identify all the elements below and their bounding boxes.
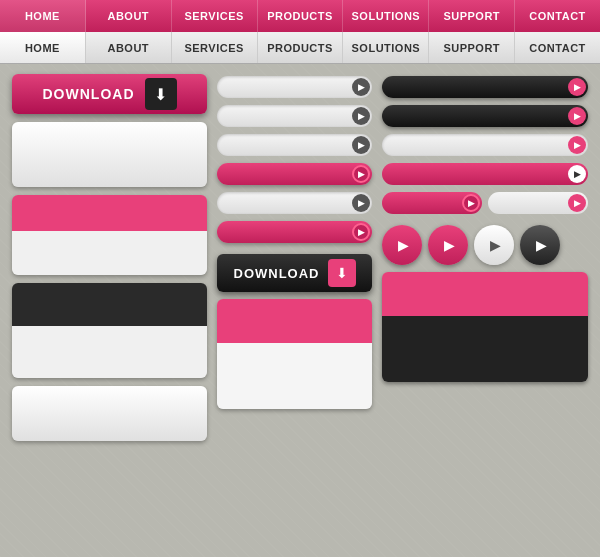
panel-pink-1 bbox=[12, 195, 207, 275]
left-column: DOWNLOAD ⬇ bbox=[12, 74, 207, 441]
scrollbar-white-4[interactable]: ▶ bbox=[217, 192, 372, 214]
panel-mid-1 bbox=[217, 299, 372, 409]
scrollbar-white-r-1[interactable]: ▶ bbox=[382, 134, 588, 156]
play-buttons-row: ▶ ▶ ▶ ▶ bbox=[382, 225, 588, 265]
play-icon-white: ▶ bbox=[490, 237, 501, 253]
play-icon-dark: ▶ bbox=[536, 237, 547, 253]
scrollbar-white-3[interactable]: ▶ bbox=[217, 134, 372, 156]
scrollbar-half-pink-1[interactable]: ▶ bbox=[382, 192, 482, 214]
sb-arrow-white-1: ▶ bbox=[568, 194, 586, 212]
nav2-about[interactable]: ABOUT bbox=[86, 32, 172, 63]
scrollbar-white-2[interactable]: ▶ bbox=[217, 105, 372, 127]
nav2-support[interactable]: SUPPORT bbox=[429, 32, 515, 63]
play-button-dark[interactable]: ▶ bbox=[520, 225, 560, 265]
play-button-pink-2[interactable]: ▶ bbox=[428, 225, 468, 265]
download-label-1: DOWNLOAD bbox=[43, 86, 135, 102]
scrollbar-row-1: ▶ ▶ bbox=[382, 192, 588, 214]
download-icon-box-1: ⬇ bbox=[145, 78, 177, 110]
panel-white-1 bbox=[12, 122, 207, 187]
top-navigation: HOME ABOUT SERVICES PRODUCTS SOLUTIONS S… bbox=[0, 0, 600, 32]
nav-about[interactable]: ABOUT bbox=[86, 0, 172, 32]
nav2-home[interactable]: HOME bbox=[0, 32, 86, 63]
second-navigation: HOME ABOUT SERVICES PRODUCTS SOLUTIONS S… bbox=[0, 32, 600, 64]
nav-solutions[interactable]: SOLUTIONS bbox=[343, 0, 429, 32]
panel-dark-1 bbox=[12, 283, 207, 378]
scrollbar-pink-r-1[interactable]: ▶ bbox=[382, 163, 588, 185]
scrollbar-dark-2[interactable]: ▶ bbox=[382, 105, 588, 127]
scrollbar-arrow-2: ▶ bbox=[352, 107, 370, 125]
download-icon-box-2: ⬇ bbox=[328, 259, 356, 287]
download-label-2: DOWNLOAD bbox=[234, 266, 320, 281]
scrollbar-pink-2[interactable]: ▶ bbox=[217, 221, 372, 243]
nav2-products[interactable]: PRODUCTS bbox=[258, 32, 344, 63]
scrollbar-pink-arrow-1: ▶ bbox=[352, 165, 370, 183]
scrollbar-arrow-4: ▶ bbox=[352, 194, 370, 212]
scrollbar-dark-arrow-2: ▶ bbox=[568, 107, 586, 125]
scrollbar-half-white-1[interactable]: ▶ bbox=[488, 192, 588, 214]
nav2-contact[interactable]: CONTACT bbox=[515, 32, 600, 63]
scrollbar-white-arrow-1: ▶ bbox=[568, 136, 586, 154]
download-arrow-icon: ⬇ bbox=[154, 85, 167, 104]
play-icon-pink-2: ▶ bbox=[444, 237, 455, 253]
play-button-pink[interactable]: ▶ bbox=[382, 225, 422, 265]
scrollbar-pink-r-arrow-1: ▶ bbox=[568, 165, 586, 183]
download-button-1[interactable]: DOWNLOAD ⬇ bbox=[12, 74, 207, 114]
panel-right-1 bbox=[382, 272, 588, 382]
nav-home[interactable]: HOME bbox=[0, 0, 86, 32]
nav-products[interactable]: PRODUCTS bbox=[258, 0, 344, 32]
nav-services[interactable]: SERVICES bbox=[172, 0, 258, 32]
nav2-services[interactable]: SERVICES bbox=[172, 32, 258, 63]
scrollbar-dark-arrow-1: ▶ bbox=[568, 78, 586, 96]
main-content: DOWNLOAD ⬇ ▶ ▶ ▶ ▶ ▶ bbox=[0, 64, 600, 451]
middle-column: ▶ ▶ ▶ ▶ ▶ ▶ DOWNLOAD ⬇ bbox=[217, 74, 372, 441]
panel-white-2 bbox=[12, 386, 207, 441]
play-icon-pink: ▶ bbox=[398, 237, 409, 253]
scrollbar-pink-arrow-2: ▶ bbox=[352, 223, 370, 241]
scrollbar-arrow-3: ▶ bbox=[352, 136, 370, 154]
scrollbar-white-1[interactable]: ▶ bbox=[217, 76, 372, 98]
scrollbar-pink-1[interactable]: ▶ bbox=[217, 163, 372, 185]
nav-support[interactable]: SUPPORT bbox=[429, 0, 515, 32]
scrollbar-dark-1[interactable]: ▶ bbox=[382, 76, 588, 98]
sb-arrow-pink-1: ▶ bbox=[462, 194, 480, 212]
play-button-white[interactable]: ▶ bbox=[474, 225, 514, 265]
nav-contact[interactable]: CONTACT bbox=[515, 0, 600, 32]
scrollbar-arrow-1: ▶ bbox=[352, 78, 370, 96]
nav2-solutions[interactable]: SOLUTIONS bbox=[343, 32, 429, 63]
download-button-2[interactable]: DOWNLOAD ⬇ bbox=[217, 254, 372, 292]
download-arrow-icon-2: ⬇ bbox=[336, 265, 348, 281]
right-column: ▶ ▶ ▶ ▶ ▶ ▶ ▶ ▶ bbox=[382, 74, 588, 441]
